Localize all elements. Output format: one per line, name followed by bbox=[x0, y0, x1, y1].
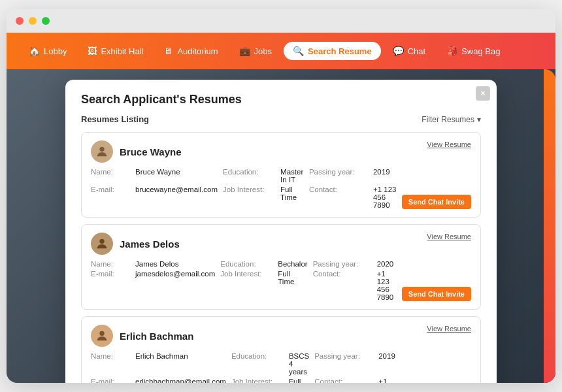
search-resumes-modal: × Search Applicant's Resumes Resumes Lis… bbox=[65, 80, 497, 383]
email-value-2: erlichbachman@email.com bbox=[135, 378, 226, 383]
sidebar-item-search-resume[interactable]: 🔍 Search Resume bbox=[284, 42, 381, 60]
job-interest-value-2: Full Time bbox=[289, 378, 309, 383]
swag-bag-icon: 🎒 bbox=[446, 46, 457, 56]
passing-year-value-1: 2020 bbox=[377, 260, 397, 268]
contact-label-0: Contact: bbox=[309, 186, 368, 209]
applicant-info-2: James Delos Name: James Delos Education:… bbox=[91, 233, 397, 301]
applicant-header-2: James Delos bbox=[91, 233, 397, 255]
email-label-2: E-mail: bbox=[91, 378, 130, 383]
filter-resumes-label: Filter Resumes bbox=[422, 115, 474, 124]
applicant-header-3: Erlich Bachman bbox=[91, 325, 397, 347]
svg-point-1 bbox=[99, 239, 104, 244]
home-icon: 🏠 bbox=[29, 46, 40, 56]
svg-point-2 bbox=[99, 331, 104, 336]
modal-close-button[interactable]: × bbox=[476, 86, 490, 101]
applicant-card-bruce-wayne: Bruce Wayne Name: Bruce Wayne Education:… bbox=[81, 132, 481, 218]
avatar-james-delos bbox=[91, 233, 113, 255]
job-interest-value-1: Full Time bbox=[278, 270, 307, 301]
contact-label-1: Contact: bbox=[313, 270, 372, 301]
passing-year-label-2: Passing year: bbox=[314, 352, 373, 376]
email-value-1: jamesdelos@email.com bbox=[135, 270, 215, 301]
contact-value-0: +1 123 456 7890 bbox=[373, 186, 397, 209]
education-value-1: Bechalor bbox=[278, 260, 307, 268]
email-label-0: E-mail: bbox=[91, 186, 130, 209]
send-chat-invite-button-0[interactable]: Send Chat Invite bbox=[402, 195, 471, 209]
view-resume-button-2[interactable]: View Resume bbox=[427, 325, 471, 333]
passing-year-label-0: Passing year: bbox=[309, 168, 368, 184]
resumes-listing-label: Resumes Listing bbox=[81, 114, 149, 124]
applicant-name-bruce-wayne: Bruce Wayne bbox=[120, 146, 397, 157]
details-grid-bruce-wayne: Name: Bruce Wayne Education: Master In I… bbox=[91, 168, 397, 209]
education-value-2: BSCS 4 years bbox=[289, 352, 309, 376]
applicant-info: Bruce Wayne Name: Bruce Wayne Education:… bbox=[91, 140, 397, 209]
avatar-bruce-wayne bbox=[91, 140, 113, 163]
applicant-name-james-delos: James Delos bbox=[120, 238, 397, 250]
nav-search-label: Search Resume bbox=[308, 46, 372, 56]
education-value-0: Master In IT bbox=[280, 168, 304, 184]
sidebar-item-exhibit-hall[interactable]: 🖼 Exhibit Hall bbox=[78, 42, 152, 60]
nav-exhibit-label: Exhibit Hall bbox=[101, 46, 143, 56]
browser-chrome bbox=[7, 9, 555, 33]
card-body-3: Erlich Bachman Name: Erlich Bachman Educ… bbox=[91, 325, 471, 383]
close-dot[interactable] bbox=[16, 17, 24, 25]
search-icon: 🔍 bbox=[293, 46, 304, 56]
job-interest-label-1: Job Interest: bbox=[220, 270, 273, 301]
details-grid-james-delos: Name: James Delos Education: Bechalor Pa… bbox=[91, 260, 397, 301]
email-label-1: E-mail: bbox=[91, 270, 130, 301]
modal-overlay: × Search Applicant's Resumes Resumes Lis… bbox=[7, 69, 555, 383]
contact-value-1: +1 123 456 7890 bbox=[377, 270, 397, 301]
avatar-erlich-bachman bbox=[91, 325, 113, 347]
card-actions-bruce-wayne: View Resume Send Chat Invite bbox=[402, 140, 471, 209]
view-resume-button-0[interactable]: View Resume bbox=[427, 140, 471, 148]
sidebar-item-swag-bag[interactable]: 🎒 Swag Bag bbox=[437, 42, 509, 60]
education-label-2: Education: bbox=[231, 352, 284, 376]
card-actions-erlich-bachman: View Resume Send Chat Invite bbox=[402, 325, 471, 383]
send-chat-invite-button-1[interactable]: Send Chat Invite bbox=[402, 287, 471, 301]
right-accent bbox=[544, 69, 555, 383]
job-interest-label-0: Job Interest: bbox=[223, 186, 275, 209]
job-interest-value-0: Full Time bbox=[280, 186, 304, 209]
modal-title: Search Applicant's Resumes bbox=[81, 93, 481, 106]
contact-label-2: Contact: bbox=[314, 378, 373, 383]
passing-year-label-1: Passing year: bbox=[313, 260, 372, 268]
passing-year-value-2: 2019 bbox=[378, 352, 397, 376]
nav-lobby-label: Lobby bbox=[44, 46, 67, 56]
applicant-card-james-delos: James Delos Name: James Delos Education:… bbox=[81, 224, 481, 310]
name-value-0: Bruce Wayne bbox=[135, 168, 218, 184]
chevron-down-icon: ▾ bbox=[477, 115, 481, 124]
applicant-card-erlich-bachman: Erlich Bachman Name: Erlich Bachman Educ… bbox=[81, 316, 481, 383]
jobs-icon: 💼 bbox=[239, 46, 250, 56]
card-actions-james-delos: View Resume Send Chat Invite bbox=[402, 233, 471, 301]
education-label-0: Education: bbox=[223, 168, 275, 184]
view-resume-button-1[interactable]: View Resume bbox=[427, 233, 471, 240]
modal-subheader: Resumes Listing Filter Resumes ▾ bbox=[81, 114, 481, 124]
email-value-0: brucewayne@email.com bbox=[135, 186, 218, 209]
minimize-dot[interactable] bbox=[29, 17, 37, 25]
nav-jobs-label: Jobs bbox=[254, 46, 272, 56]
nav-auditorium-label: Auditorium bbox=[177, 46, 218, 56]
details-grid-erlich-bachman: Name: Erlich Bachman Education: BSCS 4 y… bbox=[91, 352, 397, 383]
name-label-1: Name: bbox=[91, 260, 130, 268]
filter-resumes-button[interactable]: Filter Resumes ▾ bbox=[422, 115, 481, 124]
svg-point-0 bbox=[99, 147, 104, 152]
nav-chat-label: Chat bbox=[408, 46, 425, 56]
name-label-2: Name: bbox=[91, 352, 130, 376]
sidebar-item-jobs[interactable]: 💼 Jobs bbox=[230, 42, 281, 60]
name-label-0: Name: bbox=[91, 168, 130, 184]
auditorium-icon: 🖥 bbox=[164, 46, 173, 56]
name-value-1: James Delos bbox=[135, 260, 215, 268]
education-label-1: Education: bbox=[220, 260, 273, 268]
applicant-info-3: Erlich Bachman Name: Erlich Bachman Educ… bbox=[91, 325, 397, 383]
chat-icon: 💬 bbox=[393, 46, 404, 56]
sidebar-item-chat[interactable]: 💬 Chat bbox=[384, 42, 435, 60]
fullscreen-dot[interactable] bbox=[42, 17, 50, 25]
browser-window: 🏠 Lobby 🖼 Exhibit Hall 🖥 Auditorium 💼 Jo… bbox=[7, 9, 555, 383]
name-value-2: Erlich Bachman bbox=[135, 352, 226, 376]
card-body-2: James Delos Name: James Delos Education:… bbox=[91, 233, 471, 301]
sidebar-item-lobby[interactable]: 🏠 Lobby bbox=[20, 42, 76, 60]
content-area: × Search Applicant's Resumes Resumes Lis… bbox=[7, 69, 555, 383]
nav-swag-label: Swag Bag bbox=[461, 46, 500, 56]
sidebar-item-auditorium[interactable]: 🖥 Auditorium bbox=[155, 42, 227, 60]
contact-value-2: +1 123 456 7890 bbox=[378, 378, 397, 383]
card-body: Bruce Wayne Name: Bruce Wayne Education:… bbox=[91, 140, 471, 209]
